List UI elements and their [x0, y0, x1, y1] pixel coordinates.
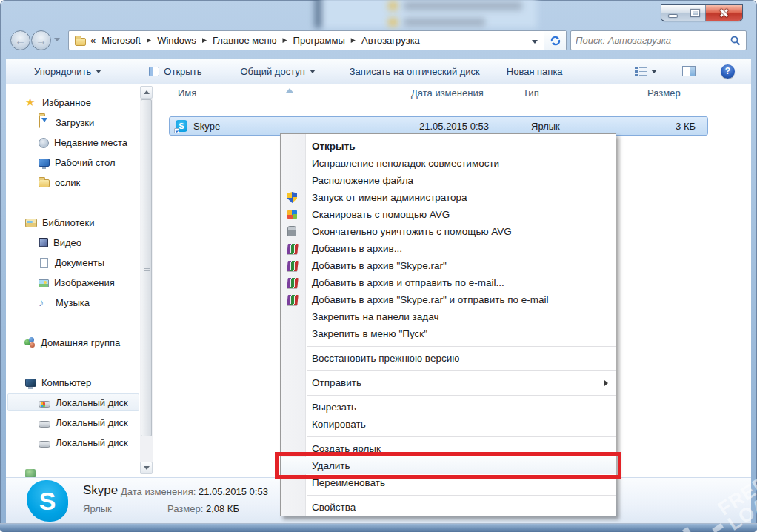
breadcrumb-segment[interactable]: Windows	[156, 33, 198, 47]
back-button[interactable]: ←	[10, 30, 30, 50]
winrar-icon	[287, 261, 298, 271]
chevron-right-icon[interactable]: ▶	[202, 37, 207, 44]
search-icon[interactable]	[730, 35, 741, 47]
column-header-type[interactable]: Тип	[523, 87, 539, 108]
history-dropdown-icon[interactable]	[54, 38, 60, 41]
libraries-icon	[25, 219, 37, 227]
background-folder-icon	[388, 1, 398, 10]
forward-button[interactable]: →	[31, 30, 51, 50]
breadcrumb-segment[interactable]: Автозагрузка	[360, 33, 421, 47]
chevron-right-icon[interactable]: ▶	[147, 37, 151, 44]
shortcut-arrow-icon	[174, 128, 179, 133]
menu-item-archive-named-email[interactable]: Добавить в архив "Skype.rar" и отправить…	[281, 291, 616, 308]
help-button[interactable]: ?	[715, 61, 741, 82]
skype-icon-large: S	[27, 480, 68, 522]
burn-button[interactable]: Записать на оптический диск	[344, 63, 486, 80]
close-button[interactable]	[706, 5, 742, 21]
sidebar-group-favorites[interactable]: ★ Избранное	[25, 94, 91, 110]
homegroup-icon	[24, 336, 36, 348]
window-controls	[661, 5, 742, 21]
refresh-icon	[550, 35, 561, 47]
chevron-down-icon	[96, 70, 101, 73]
column-header-modified[interactable]: Дата изменения	[411, 87, 484, 108]
change-view-button[interactable]	[629, 63, 663, 79]
menu-item-restore-version[interactable]: Восстановить прежнюю версию	[281, 350, 616, 367]
details-file-type: Ярлык	[83, 503, 112, 514]
details-modified-value: 21.05.2015 0:53	[199, 486, 268, 497]
scroll-up-button[interactable]	[140, 86, 153, 99]
sidebar-item-video[interactable]: Видео	[39, 234, 81, 250]
forward-icon: →	[36, 34, 47, 47]
address-dropdown-icon[interactable]	[526, 35, 544, 46]
menu-item-add-to-archive-named[interactable]: Добавить в архив "Skype.rar"	[281, 257, 616, 274]
menu-item-send-to[interactable]: Отправить	[281, 374, 616, 391]
sidebar-group-computer[interactable]: Компьютер	[25, 374, 91, 390]
sidebar-item-local-disk-c[interactable]: Локальный диск	[39, 394, 128, 410]
column-header-size[interactable]: Размер	[647, 87, 681, 108]
views-icon	[635, 66, 647, 76]
share-button[interactable]: Общий доступ	[234, 63, 321, 80]
sidebar-group-label: Домашняя группа	[41, 337, 120, 348]
sidebar-item-local-disk-e[interactable]: Локальный диск	[39, 434, 128, 450]
column-divider[interactable]	[404, 87, 404, 107]
sidebar-item-documents[interactable]: Документы	[39, 254, 104, 270]
preview-pane-button[interactable]	[676, 63, 701, 79]
menu-item-properties[interactable]: Свойства	[281, 499, 616, 516]
column-divider[interactable]	[704, 87, 704, 107]
maximize-button[interactable]	[684, 5, 706, 21]
column-divider[interactable]	[627, 87, 627, 107]
triangle-up-icon	[144, 90, 150, 94]
close-icon	[719, 8, 729, 18]
sidebar-item-music[interactable]: ♪ Музыка	[39, 294, 90, 310]
search-box[interactable]	[570, 30, 747, 50]
details-size-value: 2,08 КБ	[206, 503, 239, 514]
menu-item-pin-start[interactable]: Закрепить в меню "Пуск"	[281, 325, 616, 342]
explorer-window: ← → « Microsoft ▶ Windows ▶ Главное меню…	[0, 0, 757, 532]
sidebar-group-libraries[interactable]: Библиотеки	[25, 214, 94, 230]
menu-item-archive-email[interactable]: Добавить в архив и отправить по e-mail..…	[281, 274, 616, 291]
scroll-down-button[interactable]	[140, 462, 153, 474]
disk-icon	[39, 441, 50, 448]
sidebar-item-downloads[interactable]: Загрузки	[39, 114, 94, 130]
sidebar-item-pictures[interactable]: Изображения	[39, 274, 115, 290]
menu-item-compatibility[interactable]: Исправление неполадок совместимости	[281, 155, 616, 172]
menu-item-pin-taskbar[interactable]: Закрепить на панели задач	[281, 308, 616, 325]
column-header-name[interactable]: Имя	[178, 87, 196, 108]
column-divider[interactable]	[516, 87, 516, 107]
breadcrumb-segment[interactable]: Программы	[292, 33, 347, 47]
details-file-name: Skype	[83, 483, 118, 498]
address-bar[interactable]: « Microsoft ▶ Windows ▶ Главное меню ▶ П…	[68, 30, 567, 50]
menu-item-open[interactable]: Открыть	[281, 138, 616, 155]
winrar-icon	[287, 295, 298, 305]
menu-item-cut[interactable]: Вырезать	[281, 399, 616, 416]
menu-item-file-location[interactable]: Расположение файла	[281, 172, 616, 189]
sidebar-item-desktop[interactable]: Рабочий стол	[39, 154, 116, 170]
menu-item-add-to-archive[interactable]: Добавить в архив...	[281, 240, 616, 257]
menu-item-copy[interactable]: Копировать	[281, 416, 616, 433]
chevron-right-icon[interactable]: ▶	[351, 37, 356, 44]
open-label: Открыть	[164, 66, 201, 77]
scrollbar-thumb[interactable]	[141, 99, 152, 436]
sidebar-item-oslik[interactable]: ослик	[39, 174, 80, 190]
breadcrumb-segment[interactable]: Microsoft	[100, 33, 142, 47]
file-type: Ярлык	[531, 121, 560, 132]
breadcrumb-chevron[interactable]: «	[90, 35, 96, 46]
minimize-icon	[669, 15, 677, 17]
refresh-button[interactable]	[544, 31, 566, 50]
breadcrumb-segment[interactable]: Главное меню	[211, 33, 278, 47]
open-button[interactable]: Открыть	[143, 63, 207, 80]
new-folder-button[interactable]: Новая папка	[501, 63, 569, 80]
chevron-right-icon[interactable]: ▶	[282, 37, 287, 44]
organize-button[interactable]: Упорядочить	[28, 63, 107, 80]
search-input[interactable]	[571, 35, 730, 46]
sidebar-group-homegroup[interactable]: Домашняя группа	[24, 334, 120, 350]
sidebar-item-local-disk-d[interactable]: Локальный диск	[39, 414, 128, 430]
sidebar-item-recent-places[interactable]: Недавние места	[39, 134, 127, 150]
menu-item-avg-scan[interactable]: Сканировать с помощью AVG	[281, 206, 616, 223]
menu-item-run-as-admin[interactable]: Запуск от имени администратора	[281, 189, 616, 206]
minimize-button[interactable]	[661, 5, 684, 21]
sort-ascending-icon[interactable]	[286, 88, 293, 93]
triangle-down-icon	[144, 466, 150, 470]
menu-item-avg-shred[interactable]: Окончательно уничтожить с помощью AVG	[281, 223, 616, 240]
sidebar-scrollbar[interactable]	[140, 86, 153, 474]
